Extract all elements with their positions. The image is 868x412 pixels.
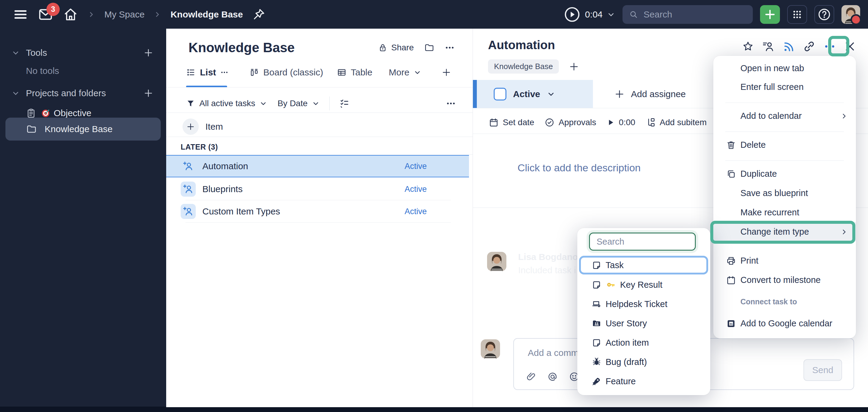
type-search-input[interactable] bbox=[590, 237, 695, 247]
task-row-custom-item-types[interactable]: Custom Item Types Active bbox=[166, 200, 469, 223]
user-avatar[interactable] bbox=[841, 5, 860, 24]
menu-item-full-screen[interactable]: Enter full screen bbox=[713, 77, 856, 97]
type-option-key-result[interactable]: Key Result bbox=[577, 275, 710, 294]
set-date-button[interactable]: Set date bbox=[489, 117, 534, 128]
add-subitem-button[interactable]: Add subitem bbox=[645, 117, 707, 128]
send-button[interactable]: Send bbox=[803, 359, 842, 381]
search-input[interactable] bbox=[643, 9, 746, 20]
type-option-helpdesk-ticket[interactable]: Helpdesk Ticket bbox=[577, 294, 710, 314]
assign-person-icon[interactable] bbox=[181, 182, 196, 197]
menu-item-print[interactable]: Print bbox=[713, 251, 856, 270]
sidebar-section-projects[interactable]: Projects and folders bbox=[0, 84, 166, 103]
pin-icon[interactable] bbox=[252, 7, 266, 22]
tab-table[interactable]: Table bbox=[337, 67, 372, 77]
key-emoji-icon bbox=[606, 280, 616, 290]
task-status[interactable]: Active bbox=[404, 162, 427, 171]
task-title: Automation bbox=[203, 161, 248, 171]
status-dropdown[interactable]: Active bbox=[477, 80, 593, 108]
approvals-button[interactable]: Approvals bbox=[545, 117, 596, 128]
funnel-icon bbox=[186, 99, 195, 108]
type-option-bug[interactable]: Bug (draft) bbox=[577, 352, 710, 372]
share-button[interactable]: Share bbox=[378, 43, 414, 53]
type-search[interactable] bbox=[589, 232, 696, 251]
add-tag-icon[interactable] bbox=[568, 61, 579, 72]
task-status[interactable]: Active bbox=[404, 207, 427, 216]
filter-scope[interactable]: All active tasks bbox=[186, 99, 267, 108]
breadcrumb-current[interactable]: Knowledge Base bbox=[170, 9, 243, 20]
task-type-icon bbox=[592, 280, 601, 290]
list-panel: Knowledge Base Share List Board (classic… bbox=[166, 29, 473, 407]
type-option-feature[interactable]: Feature bbox=[577, 372, 710, 391]
star-icon[interactable] bbox=[742, 40, 754, 53]
description-placeholder[interactable]: Click to add the description bbox=[518, 162, 641, 174]
inbox-icon[interactable]: 3 bbox=[37, 6, 54, 23]
paperclip-icon[interactable] bbox=[526, 372, 536, 382]
share-task-icon[interactable] bbox=[762, 40, 775, 53]
sidebar-item-knowledge-base[interactable] bbox=[5, 118, 161, 140]
assign-person-icon[interactable] bbox=[181, 159, 196, 174]
permalink-icon[interactable] bbox=[803, 40, 815, 53]
menu-item-convert-milestone[interactable]: Convert to milestone bbox=[713, 271, 856, 290]
global-search[interactable] bbox=[622, 5, 753, 24]
parent-folder-tag[interactable]: Knowledge Base bbox=[488, 59, 559, 73]
detail-title: Automation bbox=[488, 38, 555, 52]
assign-person-icon[interactable] bbox=[181, 204, 196, 219]
tab-more[interactable]: More bbox=[389, 67, 421, 77]
add-item-row[interactable]: Item bbox=[183, 118, 223, 136]
add-view-button[interactable] bbox=[441, 67, 452, 77]
status-stripe bbox=[473, 80, 477, 108]
complete-checkbox[interactable] bbox=[494, 88, 506, 100]
tab-list[interactable]: List bbox=[186, 67, 228, 77]
filter-more-icon[interactable] bbox=[446, 98, 456, 108]
type-option-task[interactable]: Task bbox=[579, 256, 708, 275]
mention-icon[interactable] bbox=[547, 371, 558, 382]
tab-options-icon[interactable] bbox=[220, 68, 228, 76]
menu-item-delete[interactable]: Delete bbox=[713, 135, 856, 154]
add-project-icon[interactable] bbox=[143, 88, 154, 98]
calendar-icon bbox=[726, 275, 736, 285]
rss-follow-icon[interactable] bbox=[782, 40, 795, 53]
svg-text:31: 31 bbox=[730, 322, 733, 325]
task-status[interactable]: Active bbox=[404, 185, 427, 194]
menu-item-make-recurrent[interactable]: Make recurrent bbox=[713, 203, 856, 222]
type-option-user-story[interactable]: User Story bbox=[577, 314, 710, 333]
folder-view-icon[interactable] bbox=[424, 42, 434, 53]
home-icon[interactable] bbox=[63, 7, 79, 22]
group-header[interactable]: LATER (3) bbox=[181, 142, 218, 151]
bottom-strip bbox=[0, 407, 868, 412]
menu-item-save-blueprint[interactable]: Save as blueprint bbox=[713, 184, 856, 203]
type-option-action-item[interactable]: Action item bbox=[577, 333, 710, 352]
help-button[interactable] bbox=[814, 5, 834, 24]
task-row-blueprints[interactable]: Blueprints Active bbox=[166, 178, 469, 200]
sidebar-section-tools[interactable]: Tools bbox=[0, 43, 166, 62]
timer-control[interactable]: 0:04 bbox=[563, 6, 615, 23]
check-circle-icon bbox=[545, 117, 555, 128]
sidebar: Tools No tools Projects and folders Obje… bbox=[0, 29, 166, 407]
printer-icon bbox=[726, 256, 736, 266]
play-icon bbox=[607, 118, 615, 127]
menu-item-add-to-calendar[interactable]: Add to calendar bbox=[713, 106, 856, 125]
tab-board[interactable]: Board (classic) bbox=[249, 67, 323, 77]
task-type-icon bbox=[592, 260, 601, 270]
apps-grid-button[interactable] bbox=[787, 5, 807, 24]
time-tracker-button[interactable]: 0:00 bbox=[607, 118, 636, 127]
menu-item-open-new-tab[interactable]: Open in new tab bbox=[713, 59, 856, 78]
menu-item-add-google-calendar[interactable]: 31 Add to Google calendar bbox=[713, 314, 856, 333]
plus-icon bbox=[764, 8, 776, 21]
add-tool-icon[interactable] bbox=[143, 47, 154, 58]
sort-control[interactable]: By Date bbox=[277, 99, 320, 108]
chevron-down-icon bbox=[259, 99, 267, 107]
hamburger-menu-icon[interactable] bbox=[13, 8, 28, 21]
subitems-toggle-icon[interactable] bbox=[339, 98, 349, 108]
trash-icon bbox=[726, 140, 736, 150]
breadcrumb-space[interactable]: My Space bbox=[104, 9, 145, 20]
rocket-type-icon bbox=[592, 376, 601, 386]
create-button[interactable] bbox=[760, 5, 780, 24]
copy-icon bbox=[726, 169, 736, 179]
breadcrumb-chevron-icon bbox=[154, 10, 161, 19]
no-tools-label: No tools bbox=[0, 61, 166, 81]
task-row-automation[interactable]: Automation Active bbox=[166, 155, 469, 177]
comment-avatar bbox=[481, 339, 500, 359]
list-panel-more-icon[interactable] bbox=[444, 42, 455, 53]
menu-item-duplicate[interactable]: Duplicate bbox=[713, 164, 856, 183]
